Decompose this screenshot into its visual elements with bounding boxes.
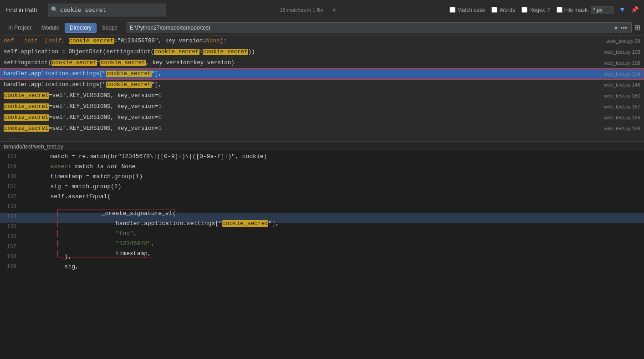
result-row[interactable]: self.application = ObjectDict(settings=d… — [0, 46, 644, 57]
line-content: _create_signature_v1( — [22, 203, 640, 224]
scope-in-project[interactable]: In Project — [4, 23, 36, 32]
scope-module[interactable]: Module — [37, 23, 64, 32]
line-number: 135 — [0, 224, 22, 230]
path-dots-button[interactable]: ••• — [619, 24, 629, 31]
scope-directory[interactable]: Directory — [65, 23, 97, 33]
path-input-wrap: E:\Python27\tornado\tornado\test ▾ ••• — [127, 22, 632, 33]
result-file: web_test.py 187 — [604, 104, 640, 109]
line-content: sig = match.group(2) — [22, 183, 640, 190]
file-mask-label: File mask: — [557, 6, 614, 14]
file-mask-input[interactable] — [591, 6, 613, 14]
code-span: "], — [152, 71, 162, 77]
path-dropdown-button[interactable]: ▾ — [613, 24, 619, 31]
result-row[interactable]: settings=dict(cookie_secret=cookie_secre… — [0, 57, 644, 68]
highlight-span: cookie_secret — [4, 92, 49, 99]
file-mask-text: File mask: — [564, 7, 589, 13]
code-line-130: 130 timestamp = match.group(1) — [0, 173, 644, 183]
highlight-span: cookie_secret — [4, 103, 49, 110]
match-case-option[interactable]: Match case — [450, 7, 485, 13]
code-span: )) — [248, 49, 255, 55]
code-span: =self.KEY_VERSIONS, key_version=1 — [49, 103, 162, 110]
line-number: 133 — [0, 204, 22, 210]
toolbar-options: Match case Words Regex ? File mask: ▼ 📌 — [450, 6, 639, 14]
path-text: E:\Python27\tornado\tornado\test — [130, 25, 613, 31]
line-content: match = re.match(br"12345678\|([0-9]+)\|… — [22, 153, 640, 160]
line-number: 129 — [0, 164, 22, 170]
result-code: self.application = ObjectDict(settings=d… — [4, 49, 600, 55]
words-label: Words — [499, 7, 515, 13]
code-line-136: 136 "12345678", — [0, 233, 644, 243]
code-span: =self.KEY_VERSIONS, key_version=0 — [49, 114, 162, 121]
result-row[interactable]: cookie_secret=self.KEY_VERSIONS, key_ver… — [0, 123, 644, 134]
pin-icon[interactable]: 📌 — [631, 6, 639, 14]
code-span: = — [199, 49, 203, 55]
regex-label: Regex — [529, 7, 545, 13]
regex-checkbox[interactable] — [521, 7, 527, 13]
highlight-span: cookie_secret — [100, 60, 146, 66]
line-content: timestamp = match.group(1) — [22, 173, 640, 180]
highlight-span: cookie_secret — [203, 49, 248, 55]
result-code: cookie_secret=self.KEY_VERSIONS, key_ver… — [4, 92, 600, 99]
result-row[interactable]: cookie_secret=self.KEY_VERSIONS, key_ver… — [0, 112, 644, 123]
words-option[interactable]: Words — [491, 7, 515, 13]
file-label-row: tornado/test/web_test.py — [0, 142, 644, 151]
code-span: =self.KEY_VERSIONS, key_version=0 — [49, 92, 162, 99]
line-content: ), — [22, 253, 640, 260]
result-row[interactable]: cookie_secret=self.KEY_VERSIONS, key_ver… — [0, 90, 644, 101]
code-span: = — [97, 60, 101, 66]
close-button[interactable]: ✕ — [332, 6, 336, 14]
highlight-span: cookie_secret — [154, 49, 199, 55]
line-content: self.assertEqual( — [22, 193, 640, 200]
search-input[interactable] — [60, 6, 151, 13]
result-code: cookie_secret=self.KEY_VERSIONS, key_ver… — [4, 125, 600, 132]
line-number: 139 — [0, 264, 22, 270]
code-line-133: 133 _create_signature_v1( — [0, 203, 644, 213]
line-number: 131 — [0, 184, 22, 190]
match-count: 18 matches in 1 file — [280, 7, 323, 13]
scope-scope[interactable]: Scope — [97, 23, 122, 32]
line-number: 128 — [0, 154, 22, 160]
result-file: web_test.py 99 — [607, 38, 640, 44]
result-code: cookie_secret=self.KEY_VERSIONS, key_ver… — [4, 103, 600, 110]
result-row[interactable]: handler.application.settings["cookie_sec… — [0, 79, 644, 90]
open-in-editor-button[interactable]: ⊞ — [634, 23, 640, 32]
result-row[interactable]: cookie_secret=self.KEY_VERSIONS, key_ver… — [0, 101, 644, 112]
regex-option[interactable]: Regex ? — [521, 7, 550, 13]
code-span: , key_version=key_version) — [146, 60, 235, 66]
result-file: web_test.py 146 — [604, 82, 640, 87]
code-line-129: 129 assert match is not None — [0, 163, 644, 173]
result-code: settings=dict(cookie_secret=cookie_secre… — [4, 60, 600, 66]
code-line-128: 128 match = re.match(br"12345678\|([0-9]… — [0, 153, 644, 163]
highlight-span: cookie_secret — [106, 82, 152, 88]
result-file: web_test.py 194 — [604, 115, 640, 120]
result-row-selected[interactable]: handler.application.settings["cookie_sec… — [0, 68, 644, 79]
code-line-137: 137 timestamp, — [0, 243, 644, 253]
line-content: sig, — [22, 263, 640, 270]
highlight-span: cookie_secret — [4, 114, 49, 121]
match-case-checkbox[interactable] — [450, 7, 455, 13]
regex-help-icon[interactable]: ? — [547, 7, 550, 13]
words-checkbox[interactable] — [491, 7, 497, 13]
code-line-139: 139 sig, — [0, 263, 644, 273]
result-row[interactable]: def __init__(self, cookie_secret="012345… — [0, 36, 644, 46]
search-box[interactable]: 🔍 — [48, 4, 166, 16]
result-file: web_test.py 198 — [604, 126, 640, 131]
highlight-span: cookie_secret — [106, 71, 152, 77]
file-label: tornado/test/web_test.py — [4, 144, 63, 150]
file-mask-checkbox[interactable] — [557, 7, 562, 13]
code-line-138: 138 ), — [0, 253, 644, 263]
code-span: handler.application.settings[" — [4, 71, 106, 77]
code-span: def __init__(self, — [4, 38, 69, 44]
code-line-135: 135 "foo", — [0, 223, 644, 233]
result-separator: ...... — [0, 134, 644, 141]
result-code: cookie_secret=self.KEY_VERSIONS, key_ver… — [4, 114, 600, 121]
highlight-span: cookie_secret — [4, 125, 49, 132]
match-case-label: Match case — [457, 7, 485, 13]
editor-section: 128 match = re.match(br"12345678\|([0-9]… — [0, 151, 644, 359]
highlight-span: cookie_secret — [51, 60, 97, 66]
filter-icon[interactable]: ▼ — [620, 6, 624, 14]
line-content: assert match is not None — [22, 163, 640, 170]
code-span: handler.application.settings[" — [4, 82, 106, 88]
result-file: web_test.py 134 — [604, 71, 640, 77]
toolbar: Find in Path 🔍 18 matches in 1 file ✕ Ma… — [0, 0, 644, 20]
